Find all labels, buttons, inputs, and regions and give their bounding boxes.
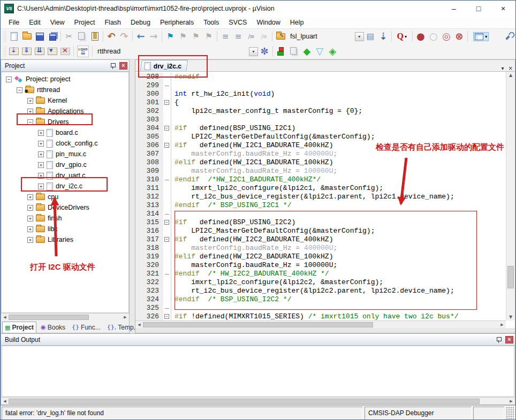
copy-icon[interactable]: [75, 30, 88, 43]
expander-icon[interactable]: +: [27, 205, 33, 211]
select-folder-objects-icon[interactable]: ▽: [313, 45, 326, 58]
code-line-299[interactable]: 299: [135, 81, 506, 90]
download-icon[interactable]: LOAD⇊: [75, 45, 90, 58]
manage-copy-icon[interactable]: [287, 45, 300, 58]
close-button[interactable]: ×: [491, 1, 515, 17]
code-line-313[interactable]: 313#endif /* BSP_USING_I2C1 */: [135, 201, 506, 210]
project-panel-close-icon[interactable]: ×: [119, 62, 127, 70]
redo-icon[interactable]: ↷: [118, 30, 131, 43]
insert-breakpoint-icon[interactable]: ●: [414, 30, 427, 43]
build-output-content[interactable]: [2, 346, 514, 397]
workspace-tab-books[interactable]: ◉Books: [39, 322, 67, 333]
code-line-317[interactable]: 317−#if defined(HW_I2C2_BADURATE_400kHZ): [135, 235, 506, 244]
find-in-files-icon[interactable]: ✎: [274, 30, 287, 43]
expander-icon[interactable]: +: [38, 130, 44, 136]
editor-hscrollbar[interactable]: ◀ ▶: [135, 320, 506, 328]
tree-item-drv-uart-c[interactable]: +drv_uart.c: [2, 170, 128, 181]
window-list-icon[interactable]: ▾: [502, 65, 504, 71]
tree-item-drv-i2c-c[interactable]: +drv_i2c.c: [2, 181, 128, 192]
maximize-button[interactable]: □: [466, 1, 491, 17]
code-line-315[interactable]: 315−#if defined(BSP_USING_I2C2): [135, 218, 506, 227]
manage-rte-icon[interactable]: [275, 45, 287, 58]
code-line-321[interactable]: 321#endif /* HW_I2C2_BADURATE_400kHZ */: [135, 270, 506, 278]
expander-icon[interactable]: +: [27, 226, 33, 232]
fold-collapse-icon[interactable]: −: [163, 235, 171, 244]
paste-icon[interactable]: [88, 30, 101, 43]
menu-edit[interactable]: Edit: [24, 17, 45, 28]
menu-tools[interactable]: Tools: [199, 17, 224, 28]
expander-icon[interactable]: +: [27, 98, 33, 104]
stop-build-icon[interactable]: ×: [59, 45, 72, 58]
tree-item-rtthread[interactable]: −✸rtthread: [2, 85, 128, 95]
close-document-icon[interactable]: ×: [509, 65, 513, 71]
code-line-303[interactable]: 303: [135, 116, 506, 124]
workspace-tab-func[interactable]: {}Func...: [70, 322, 103, 333]
quick-search-icon[interactable]: Q▾: [393, 30, 411, 43]
tree-item-pin-mux-c[interactable]: +pin_mux.c: [2, 149, 128, 159]
search-history-dropdown[interactable]: ▾: [355, 32, 364, 41]
scroll-right-icon[interactable]: ▶: [122, 315, 129, 319]
build-output-close-icon[interactable]: ×: [505, 336, 513, 343]
project-hscrollbar[interactable]: ◀ ▶: [1, 313, 129, 320]
code-line-320[interactable]: 320 masterConfig.baudRate_Hz = 100000U;: [135, 261, 506, 270]
expander-icon[interactable]: +: [38, 173, 44, 179]
tree-item-project-project[interactable]: −Project: project: [2, 74, 128, 85]
scroll-up-icon[interactable]: ▲: [506, 73, 515, 78]
code-line-298[interactable]: 298#endif: [135, 73, 506, 81]
tree-item-libc[interactable]: +libc: [2, 224, 128, 234]
fold-collapse-icon[interactable]: −: [163, 141, 171, 150]
target-options-icon[interactable]: ✼: [258, 45, 271, 58]
menu-project[interactable]: Project: [70, 17, 100, 28]
fold-collapse-icon[interactable]: −: [163, 218, 171, 227]
expander-icon[interactable]: +: [38, 184, 44, 189]
tree-item-drivers[interactable]: −Drivers: [2, 117, 128, 127]
code-line-300[interactable]: 300int rt_hw_i2c_init(void): [135, 90, 506, 98]
menu-window[interactable]: Window: [252, 17, 285, 28]
build-icon[interactable]: ⇓: [20, 45, 33, 58]
menu-file[interactable]: File: [4, 17, 24, 28]
kill-all-breakpoints-icon[interactable]: ⊗: [453, 30, 466, 43]
indent-icon[interactable]: ≡: [232, 30, 245, 43]
translate-file-icon[interactable]: ⇣: [7, 45, 20, 58]
open-file-icon[interactable]: [20, 30, 33, 43]
manage-project-items-icon[interactable]: ◆: [300, 45, 313, 58]
scroll-left-icon[interactable]: ◀: [1, 399, 9, 403]
save-file-icon[interactable]: [33, 30, 46, 43]
scroll-left-icon[interactable]: ◀: [1, 315, 9, 319]
tree-item-clock-config-c[interactable]: +clock_config.c: [2, 138, 128, 149]
code-line-322[interactable]: 322 imxrt_lpi2c_configure(&lpi2c2, &mast…: [135, 278, 506, 287]
minimize-button[interactable]: –: [442, 1, 466, 17]
expander-icon[interactable]: +: [38, 162, 44, 168]
expander-icon[interactable]: −: [6, 77, 12, 82]
expander-icon[interactable]: +: [27, 216, 33, 222]
window-layout-icon[interactable]: ▾: [469, 30, 493, 43]
code-line-311[interactable]: 311 imxrt_lpi2c_configure(&lpi2c1, &mast…: [135, 184, 506, 193]
code-line-324[interactable]: 324#endif /* BSP_USING_I2C2 */: [135, 295, 506, 304]
bookmark-toggle-icon[interactable]: ⚑: [164, 30, 177, 43]
workspace-tab-project[interactable]: ▦Project: [2, 322, 36, 333]
code-line-302[interactable]: 302 lpi2c_master_config_t masterConfig =…: [135, 107, 506, 116]
tree-item-drv-gpio-c[interactable]: +drv_gpio.c: [2, 159, 128, 170]
tree-item-cpu[interactable]: +cpu: [2, 192, 128, 202]
find-next-icon[interactable]: ⇣: [377, 30, 390, 43]
tab-drv-i2c[interactable]: drv_i2c.c: [140, 60, 188, 71]
expander-icon[interactable]: +: [27, 109, 33, 114]
navigate-back-icon[interactable]: ←: [134, 30, 147, 43]
code-line-325[interactable]: 325: [135, 304, 506, 312]
tree-item-kernel[interactable]: +Kernel: [2, 95, 128, 106]
pin-icon[interactable]: [496, 337, 502, 343]
code-line-312[interactable]: 312 rt_i2c_bus_device_register(&lpi2c1.p…: [135, 193, 506, 201]
menu-svcs[interactable]: SVCS: [224, 17, 252, 28]
comment-selection-icon[interactable]: /≡: [245, 30, 257, 43]
bookmark-clear-all-icon[interactable]: ⚑: [202, 30, 215, 43]
expander-icon[interactable]: +: [27, 194, 33, 200]
code-line-304[interactable]: 304−#if defined(BSP_USING_I2C1): [135, 124, 506, 133]
tree-item-finsh[interactable]: +finsh: [2, 213, 128, 224]
code-line-319[interactable]: 319#elif defined(HW_I2C2_BADURATE_100kHZ…: [135, 253, 506, 261]
menu-flash[interactable]: Flash: [100, 17, 126, 28]
menu-peripherals[interactable]: Peripherals: [155, 17, 199, 28]
bookmark-next-icon[interactable]: ⚑: [189, 30, 202, 43]
code-line-326[interactable]: 326−#if !defined(MIMXRT1015_SERIES) /* i…: [135, 312, 506, 320]
scroll-right-icon[interactable]: ▶: [498, 323, 506, 327]
code-line-305[interactable]: 305 LPI2C_MasterGetDefaultConfig(&master…: [135, 133, 506, 141]
